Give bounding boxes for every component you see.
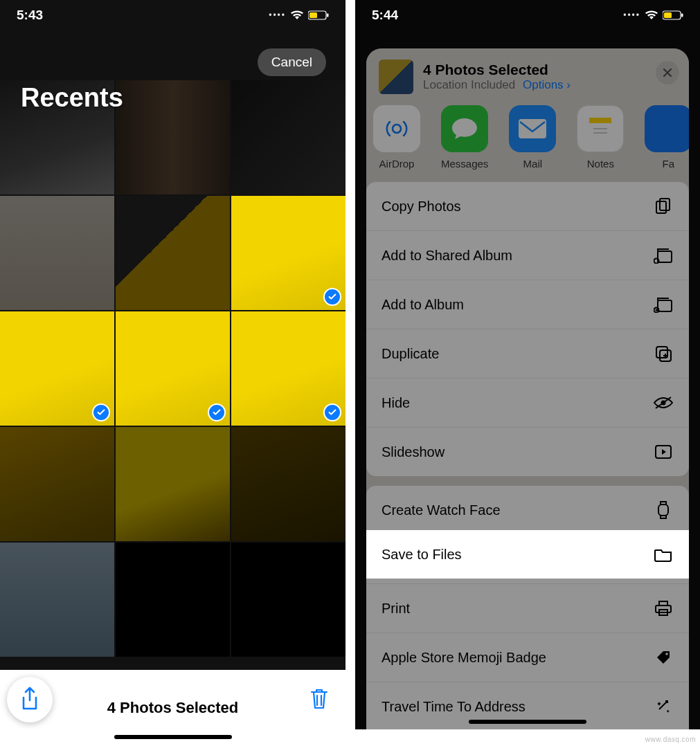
shared-album-icon xyxy=(653,245,674,266)
close-button[interactable] xyxy=(656,61,679,84)
cancel-button[interactable]: Cancel xyxy=(258,48,326,76)
photo-thumb-empty xyxy=(231,543,345,657)
status-bar: 5:43 •••• xyxy=(0,0,345,30)
mail-icon xyxy=(509,105,556,152)
svg-rect-2 xyxy=(327,14,329,17)
action-print[interactable]: Print xyxy=(366,583,689,633)
photo-thumb[interactable] xyxy=(231,427,345,541)
check-icon xyxy=(208,403,226,421)
options-link[interactable]: Options xyxy=(523,78,571,91)
folder-icon xyxy=(653,544,674,565)
print-icon xyxy=(653,598,674,619)
share-sheet: 4 Photos Selected Location Included Opti… xyxy=(366,48,689,729)
airdrop-icon xyxy=(373,105,420,152)
action-add-album[interactable]: Add to Album xyxy=(366,280,689,329)
action-memoji-badge[interactable]: Apple Store Memoji Badge xyxy=(366,633,689,682)
photo-thumb[interactable] xyxy=(116,80,230,194)
photo-thumb-selected[interactable] xyxy=(0,311,114,426)
home-indicator[interactable] xyxy=(114,735,232,739)
wifi-icon xyxy=(645,10,658,20)
hide-icon xyxy=(653,392,674,413)
check-icon xyxy=(323,403,341,421)
photo-thumb[interactable] xyxy=(0,543,114,657)
svg-rect-14 xyxy=(658,300,672,311)
check-icon xyxy=(92,403,110,421)
share-button[interactable] xyxy=(7,677,53,722)
action-group: Copy Photos Add to Shared Album Add to A… xyxy=(366,182,689,476)
share-icon xyxy=(19,686,40,713)
svg-rect-1 xyxy=(309,12,317,18)
selection-count: 4 Photos Selected xyxy=(107,699,239,717)
share-app-messages[interactable]: Messages xyxy=(441,105,488,170)
watermark: www.dasq.com xyxy=(645,736,696,743)
action-duplicate[interactable]: Duplicate xyxy=(366,329,689,378)
battery-icon xyxy=(308,10,329,20)
album-icon xyxy=(653,294,674,315)
svg-rect-7 xyxy=(519,119,546,138)
action-label: Save to Files xyxy=(382,547,462,563)
facebook-icon xyxy=(645,105,689,152)
share-subtitle: Location Included Options xyxy=(423,78,571,92)
wifi-icon xyxy=(290,10,304,20)
share-preview-thumb xyxy=(379,60,413,94)
left-screenshot: 5:43 •••• Cancel Recents xyxy=(0,0,345,746)
messages-icon xyxy=(441,105,488,152)
notes-icon xyxy=(577,105,624,152)
action-group: Create Watch Face Save to Files Print Ap… xyxy=(366,486,689,729)
bottom-toolbar: 4 Photos Selected xyxy=(0,670,345,746)
photo-grid xyxy=(0,80,345,657)
battery-icon xyxy=(663,10,683,20)
svg-rect-10 xyxy=(656,201,666,213)
right-screenshot: 5:44 •••• 4 Photos Selected Location Inc… xyxy=(355,0,700,729)
photo-thumb-selected[interactable] xyxy=(231,196,345,310)
action-add-shared-album[interactable]: Add to Shared Album xyxy=(366,230,689,280)
action-slideshow[interactable]: Slideshow xyxy=(366,427,689,476)
close-icon xyxy=(662,67,673,78)
photo-thumb[interactable] xyxy=(116,196,230,310)
svg-rect-4 xyxy=(664,12,672,18)
sparkle-icon xyxy=(653,696,674,717)
photo-thumb-selected[interactable] xyxy=(116,311,230,426)
svg-point-6 xyxy=(393,125,401,133)
cellular-icon: •••• xyxy=(269,10,286,20)
tag-icon xyxy=(653,647,674,668)
duplicate-icon xyxy=(653,343,674,364)
status-time: 5:43 xyxy=(17,8,43,23)
photo-thumb[interactable] xyxy=(116,427,230,541)
share-actions: Copy Photos Add to Shared Album Add to A… xyxy=(366,182,689,729)
status-icons: •••• xyxy=(623,10,683,20)
delete-button[interactable] xyxy=(309,688,329,713)
share-title: 4 Photos Selected xyxy=(423,62,571,78)
share-app-mail[interactable]: Mail xyxy=(509,105,556,170)
check-icon xyxy=(323,288,341,306)
svg-rect-11 xyxy=(660,199,670,210)
action-create-watch-face[interactable]: Create Watch Face xyxy=(366,486,689,534)
play-icon xyxy=(653,442,674,462)
svg-rect-9 xyxy=(589,118,611,123)
album-title: Recents xyxy=(21,83,123,113)
photo-thumb-selected[interactable] xyxy=(231,311,345,426)
watch-icon xyxy=(653,500,674,520)
cellular-icon: •••• xyxy=(623,10,640,20)
svg-rect-12 xyxy=(658,251,672,262)
photo-thumb[interactable] xyxy=(0,427,114,541)
photo-thumb[interactable] xyxy=(0,196,114,310)
svg-rect-5 xyxy=(681,14,683,17)
status-icons: •••• xyxy=(269,10,329,20)
action-hide[interactable]: Hide xyxy=(366,378,689,427)
share-app-airdrop[interactable]: AirDrop xyxy=(373,105,420,170)
svg-rect-22 xyxy=(659,601,667,606)
svg-point-24 xyxy=(665,653,668,655)
home-indicator[interactable] xyxy=(469,720,586,724)
action-copy-photos[interactable]: Copy Photos xyxy=(366,182,689,230)
status-time: 5:44 xyxy=(372,8,398,23)
share-app-facebook[interactable]: Fa xyxy=(645,105,689,170)
highlight-save-to-files[interactable]: Save to Files xyxy=(366,530,689,579)
photo-thumb[interactable] xyxy=(231,80,345,194)
trash-icon xyxy=(309,688,329,710)
photo-thumb-empty xyxy=(116,543,230,657)
share-app-notes[interactable]: Notes xyxy=(577,105,624,170)
svg-rect-20 xyxy=(658,504,668,516)
share-apps-row[interactable]: AirDrop Messages Mail Notes Fa xyxy=(366,101,689,182)
share-sheet-header: 4 Photos Selected Location Included Opti… xyxy=(366,48,689,101)
